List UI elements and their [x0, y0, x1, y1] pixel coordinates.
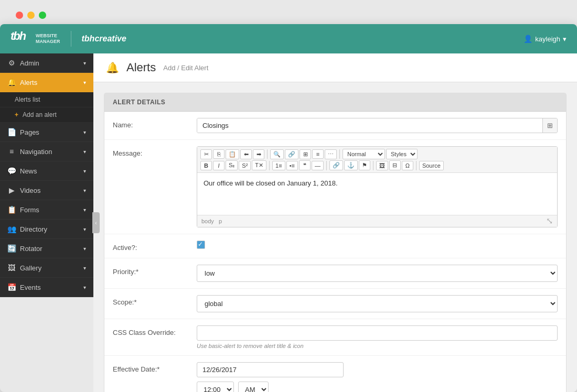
rte-divider3 — [269, 161, 270, 170]
rte-copy-btn[interactable]: ⎘ — [213, 149, 225, 159]
sidebar-item-forms[interactable]: 📋 Forms ▾ — [0, 200, 93, 220]
sidebar-label-forms: Forms — [20, 206, 39, 214]
rte-content-area[interactable]: Our office will be closed on January 1, … — [197, 173, 557, 215]
sidebar-item-navigation[interactable]: ≡ Navigation ▾ — [0, 142, 93, 161]
priority-label: Priority:* — [113, 265, 197, 276]
rte-divider4 — [326, 161, 327, 170]
rte-link-btn[interactable]: 🔗 — [285, 149, 298, 159]
sidebar-item-gallery[interactable]: 🖼 Gallery ▾ — [0, 258, 93, 278]
sidebar-label-directory: Directory — [20, 225, 47, 233]
name-input[interactable] — [197, 118, 542, 133]
priority-select[interactable]: low medium high — [197, 265, 558, 282]
rte-hyperlink-btn[interactable]: 🔗 — [329, 160, 343, 170]
scope-select[interactable]: global local — [197, 295, 558, 312]
logo-area: tbh WEBSITE MANAGER — [10, 29, 60, 48]
rte-styles-select[interactable]: Styles — [386, 149, 418, 159]
rte-blockquote-btn[interactable]: ❝ — [299, 160, 311, 170]
rte-hr-btn[interactable]: — — [312, 161, 324, 170]
sidebar-item-videos[interactable]: ▶ Videos ▾ — [0, 181, 93, 200]
message-field-wrapper: ✂ ⎘ 📋 ⬅ ➡ 🔍 🔗 ⊞ ≡ — [197, 146, 558, 227]
rte-find-btn[interactable]: 🔍 — [270, 149, 284, 159]
rte-resize-handle[interactable]: ⤡ — [546, 217, 553, 225]
name-row: Name: ⊞ — [104, 112, 566, 140]
page-title: Alerts — [126, 61, 156, 74]
brand-name: tbhcreative — [82, 34, 126, 43]
sidebar-item-pages[interactable]: 📄 Pages ▾ — [0, 123, 93, 142]
rte-subscript-btn[interactable]: S₂ — [226, 160, 238, 170]
scope-row: Scope:* global local — [104, 289, 566, 319]
gallery-icon: 🖼 — [7, 264, 16, 272]
sidebar-label-alerts: Alerts — [20, 79, 37, 86]
sidebar-item-alerts-list[interactable]: Alerts list — [0, 92, 93, 107]
rte-undo-btn[interactable]: ⬅ — [240, 149, 252, 159]
sidebar-item-news[interactable]: 💬 News ▾ — [0, 161, 93, 181]
sidebar-item-alerts[interactable]: 🔔 Alerts ▾ — [0, 73, 93, 92]
rte-footer: body p ⤡ — [197, 215, 557, 227]
videos-icon: ▶ — [7, 186, 16, 194]
rte-anchor-btn[interactable]: ⚓ — [344, 160, 358, 170]
rte-table-btn[interactable]: ⊞ — [300, 149, 311, 159]
rte-footer-path: body p — [201, 218, 222, 224]
rte-format-select[interactable]: Normal Heading 1 Heading 2 — [343, 149, 385, 159]
sidebar-label-admin: Admin — [20, 59, 39, 67]
rte-flag-btn[interactable]: ⚑ — [359, 160, 370, 170]
rte-cut-btn[interactable]: ✂ — [200, 149, 212, 159]
sidebar-item-events[interactable]: 📅 Events ▾ — [0, 278, 93, 297]
name-input-wrapper: ⊞ — [197, 118, 558, 133]
effective-date-input[interactable] — [197, 362, 344, 377]
main-content: 🔔 Alerts Add / Edit Alert ALERT DETAILS … — [93, 53, 577, 392]
effective-ampm-select[interactable]: AM PM — [238, 382, 269, 392]
admin-arrow: ▾ — [83, 60, 86, 66]
page-subtitle: Add / Edit Alert — [163, 64, 208, 72]
rte-divider1 — [267, 149, 268, 159]
effective-date-row: Effective Date:* 12:00 AM PM — [104, 356, 566, 392]
message-row: Message: ✂ ⎘ 📋 ⬅ ➡ — [104, 140, 566, 234]
close-button[interactable] — [16, 12, 23, 19]
rte-toolbar: ✂ ⎘ 📋 ⬅ ➡ 🔍 🔗 ⊞ ≡ — [197, 147, 557, 173]
rte-paste-btn[interactable]: 📋 — [226, 149, 239, 159]
css-override-label: CSS Class Override: — [113, 325, 197, 336]
message-label: Message: — [113, 146, 197, 157]
rte-ul-btn[interactable]: •≡ — [286, 161, 298, 170]
scope-label: Scope:* — [113, 295, 197, 306]
gallery-arrow: ▾ — [83, 265, 86, 271]
rte-redo-btn[interactable]: ➡ — [253, 149, 264, 159]
sidebar-toggle[interactable]: ‹ — [92, 212, 100, 233]
user-dropdown-arrow: ▾ — [563, 35, 567, 43]
rte-divider6 — [416, 161, 416, 170]
active-label: Active?: — [113, 241, 197, 252]
bell-icon: 🔔 — [7, 78, 16, 86]
alerts-arrow: ▾ — [83, 80, 86, 85]
maximize-button[interactable] — [39, 12, 46, 19]
message-text: Our office will be closed on January 1, … — [204, 179, 338, 187]
rte-list-btn[interactable]: ≡ — [312, 149, 324, 159]
effective-time-select[interactable]: 12:00 — [197, 382, 234, 392]
minimize-button[interactable] — [27, 12, 35, 19]
active-checkbox[interactable] — [197, 241, 205, 249]
sidebar-item-rotator[interactable]: 🔄 Rotator ▾ — [0, 239, 93, 258]
sidebar-item-directory[interactable]: 👥 Directory ▾ — [0, 220, 93, 239]
rte-bold-btn[interactable]: B — [200, 161, 212, 170]
calendar-button[interactable]: ⊞ — [542, 118, 557, 133]
sidebar-item-add-alert[interactable]: + Add an alert — [0, 107, 93, 123]
rte-italic-btn[interactable]: I — [213, 161, 225, 170]
videos-arrow: ▾ — [83, 188, 86, 193]
css-override-help: Use basic-alert to remove alert title & … — [197, 343, 558, 349]
forms-icon: 📋 — [7, 205, 16, 214]
rte-align-btn[interactable]: ⊟ — [389, 160, 401, 170]
rte-superscript-btn[interactable]: S² — [239, 161, 251, 170]
rte-body-label: body — [201, 218, 214, 224]
css-override-control: Use basic-alert to remove alert title & … — [197, 325, 558, 349]
events-icon: 📅 — [7, 283, 16, 291]
rte-clear-btn[interactable]: T✕ — [252, 160, 266, 170]
rte-special-btn[interactable]: Ω — [402, 161, 413, 170]
rte-toolbar-row2: B I S₂ S² T✕ 1≡ •≡ ❝ — — [200, 160, 554, 170]
css-override-input[interactable] — [197, 325, 558, 341]
pages-arrow: ▾ — [83, 129, 86, 135]
rte-extra-btn[interactable]: ⋯ — [325, 149, 337, 159]
rte-source-btn[interactable]: Source — [419, 161, 444, 170]
rte-ol-btn[interactable]: 1≡ — [272, 161, 285, 170]
sidebar-item-admin[interactable]: ⚙ Admin ▾ — [0, 53, 93, 73]
user-menu[interactable]: 👤 kayleigh ▾ — [523, 35, 567, 43]
rte-image-btn[interactable]: 🖼 — [376, 161, 388, 170]
